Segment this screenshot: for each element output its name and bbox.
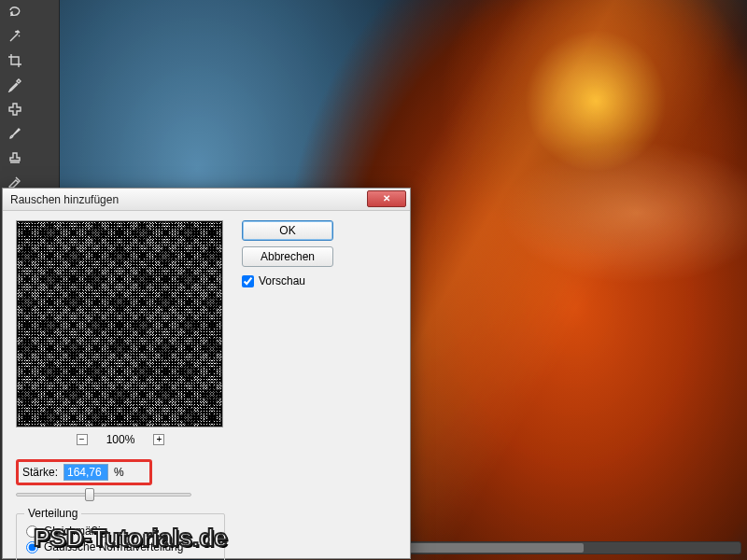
- amount-row-highlight: Stärke: %: [16, 459, 152, 485]
- slider-thumb[interactable]: [85, 488, 94, 501]
- zoom-out-button[interactable]: −: [77, 434, 88, 445]
- preview-toggle[interactable]: Vorschau: [242, 274, 399, 287]
- dialog-title: Rauschen hinzufügen: [10, 193, 119, 206]
- noise-preview[interactable]: [16, 220, 223, 427]
- close-icon: ✕: [383, 193, 390, 203]
- brush-tool-icon[interactable]: [1, 122, 29, 145]
- zoom-level: 100%: [106, 433, 135, 446]
- amount-slider[interactable]: [16, 487, 191, 502]
- amount-label: Stärke:: [22, 466, 58, 479]
- amount-input[interactable]: [63, 464, 108, 481]
- cancel-button[interactable]: Abbrechen: [242, 246, 333, 267]
- lasso-tool-icon[interactable]: [1, 1, 29, 23]
- close-button[interactable]: ✕: [367, 190, 406, 207]
- eyedropper-tool-icon[interactable]: [1, 74, 29, 96]
- dialog-titlebar[interactable]: Rauschen hinzufügen ✕: [3, 189, 410, 211]
- watermark: PSD-Tutorials.de: [34, 524, 228, 553]
- crop-tool-icon[interactable]: [1, 49, 29, 72]
- wand-tool-icon[interactable]: [1, 25, 29, 48]
- heal-tool-icon[interactable]: [1, 98, 29, 120]
- amount-unit: %: [114, 466, 124, 479]
- minus-icon: −: [79, 435, 85, 444]
- zoom-in-button[interactable]: +: [153, 434, 164, 445]
- ok-button[interactable]: OK: [242, 220, 333, 241]
- cancel-label: Abbrechen: [261, 250, 315, 263]
- scrollbar-thumb[interactable]: [397, 543, 584, 553]
- ok-label: OK: [279, 224, 295, 237]
- distribution-legend: Verteilung: [24, 507, 81, 520]
- add-noise-dialog: Rauschen hinzufügen ✕ − 100% + Stärke: %…: [2, 188, 411, 559]
- preview-checkbox[interactable]: [242, 275, 254, 287]
- stamp-tool-icon[interactable]: [1, 147, 29, 169]
- plus-icon: +: [156, 435, 162, 444]
- preview-label: Vorschau: [259, 274, 305, 287]
